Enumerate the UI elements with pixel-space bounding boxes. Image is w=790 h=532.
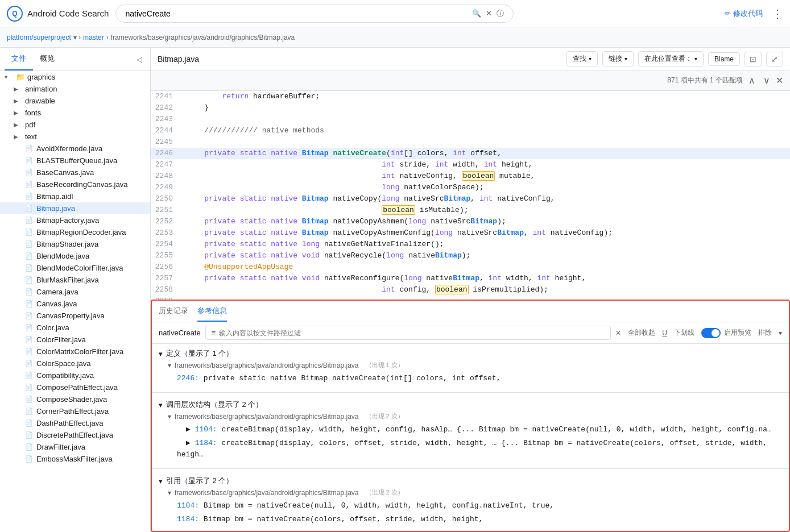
edit-button[interactable]: ✏ 修改代码 [725, 9, 763, 19]
breadcrumb-master[interactable]: master [83, 34, 104, 41]
tree-item-colorfilter[interactable]: ▶ 📄 ColorFilter.java [0, 334, 150, 346]
tree-item-pdf[interactable]: ▶ pdf [0, 119, 150, 131]
tree-item-colormatrixcolorfilter[interactable]: ▶ 📄 ColorMatrixColorFilter.java [0, 346, 150, 358]
section-header-callhierarchy[interactable]: ▾ 调用层次结构（显示了 2 个） [159, 400, 782, 410]
tree-item-colorspace[interactable]: ▶ 📄 ColorSpace.java [0, 358, 150, 369]
code-line-2254: 2254 private static native long nativeGe… [151, 239, 790, 250]
result-section-callhierarchy: ▾ 调用层次结构（显示了 2 个） ▾ frameworks/base/grap… [152, 395, 789, 466]
result-entry-2246-def[interactable]: 2246: private static native Bitmap nativ… [177, 372, 782, 385]
tree-item-label: Compatibility.java [36, 371, 146, 380]
tree-item-label: BlendMode.java [36, 252, 146, 260]
tab-history[interactable]: 历史记录 [159, 301, 188, 322]
clear-icon[interactable]: ✕ [486, 9, 492, 18]
arrow-icon: ▶ [14, 98, 23, 104]
tree-item-label: Bitmap.aidl [36, 192, 146, 201]
file-path: frameworks/base/graphics/java/android/gr… [175, 361, 359, 369]
result-entry-1104-call[interactable]: ▶ 1104: createBitmap(display, width, hei… [177, 423, 782, 437]
result-file-definitions[interactable]: ▾ frameworks/base/graphics/java/android/… [168, 361, 782, 369]
tree-item-dashpatheffect[interactable]: ▶ 📄 DashPathEffect.java [0, 417, 150, 429]
sidebar-collapse-button[interactable]: ◁ [133, 52, 146, 67]
toggle-switch[interactable] [701, 328, 721, 338]
line-number: 2249 [151, 182, 182, 193]
tree-item-canvas[interactable]: ▶ 📄 Canvas.java [0, 298, 150, 310]
tree-item-composepatheffect[interactable]: ▶ 📄 ComposePathEffect.java [0, 381, 150, 393]
tree-item-text[interactable]: ▶ text [0, 131, 150, 143]
breadcrumb-platform[interactable]: platform/superproject [7, 34, 71, 41]
bottom-panel: 历史记录 参考信息 nativeCreate ≡ ✕ 全部收起 U 下划线 [151, 300, 790, 532]
breadcrumb-path: frameworks/base/graphics/java/android/gr… [111, 34, 295, 41]
section-header-label: 引用（显示了 2 个） [166, 476, 233, 486]
tree-item-blurmaskfilter[interactable]: ▶ 📄 BlurMaskFilter.java [0, 274, 150, 286]
tab-reference[interactable]: 参考信息 [197, 301, 227, 322]
entry-line-number: 1104: [195, 425, 217, 434]
tree-item-color[interactable]: ▶ 📄 Color.java [0, 322, 150, 334]
tree-item-cornerpatheffect[interactable]: ▶ 📄 CornerPathEffect.java [0, 405, 150, 417]
code-line-2250: 2250 private static native Bitmap native… [151, 193, 790, 205]
tree-item-bitmapfactory[interactable]: ▶ 📄 BitmapFactory.java [0, 214, 150, 226]
tree-item-animation[interactable]: ▶ animation [0, 83, 150, 95]
filter-text-input[interactable] [219, 329, 605, 337]
tree-item-camera[interactable]: ▶ 📄 Camera.java [0, 286, 150, 298]
tree-item-label: pdf [25, 120, 146, 129]
search-icon[interactable]: 🔍 [472, 9, 481, 18]
tree-item-basecanvas[interactable]: ▶ 📄 BaseCanvas.java [0, 167, 150, 178]
split-view-button[interactable]: ⊡ [744, 52, 762, 66]
tree-item-blendmodecolorfilter[interactable]: ▶ 📄 BlendModeColorFilter.java [0, 262, 150, 274]
section-header-references[interactable]: ▾ 引用（显示了 2 个） [159, 476, 782, 486]
panel-filter-input[interactable]: ≡ [205, 326, 611, 340]
blame-button[interactable]: Blame [708, 52, 740, 66]
view-at-button[interactable]: 在此位置查看： ▾ [638, 51, 704, 66]
filter-icon: ≡ [212, 329, 216, 337]
tree-item-embossmaskfilter[interactable]: ▶ 📄 EmbossMaskFilter.java [0, 453, 150, 465]
preview-toggle[interactable]: 启用预览 [701, 328, 751, 338]
file-icon: 📄 [25, 145, 34, 152]
tab-overview[interactable]: 概览 [33, 48, 61, 70]
tree-item-baserecordingcanvas[interactable]: ▶ 📄 BaseRecordingCanvas.java [0, 178, 150, 190]
result-entry-1104-ref[interactable]: 1104: Bitmap bm = nativeCreate(null, 0, … [177, 499, 782, 513]
underline-label[interactable]: 下划线 [674, 328, 694, 338]
result-nav-down-button[interactable]: ∨ [761, 74, 772, 87]
code-view[interactable]: 2241 return hardwareBuffer; 2242 } 2243 … [151, 91, 790, 300]
find-arrow-icon: ▾ [589, 56, 592, 62]
file-icon: 📄 [25, 408, 34, 415]
collapse-all-label[interactable]: 全部收起 [628, 328, 655, 338]
tree-item-bitmapregiondecoder[interactable]: ▶ 📄 BitmapRegionDecoder.java [0, 226, 150, 238]
tab-file[interactable]: 文件 [5, 48, 33, 70]
expand-button[interactable]: ⤢ [766, 52, 783, 66]
tree-item-avoidxfermode[interactable]: ▶ 📄 AvoidXfermode.java [0, 143, 150, 155]
more-button[interactable]: ⋮ [772, 7, 783, 20]
result-close-button[interactable]: ✕ [776, 75, 783, 86]
tree-item-bitmap-java[interactable]: ▶ 📄 Bitmap.java [0, 202, 150, 214]
tree-item-composeshader[interactable]: ▶ 📄 ComposeShader.java [0, 393, 150, 405]
code-line-2246: 2246 private static native Bitmap native… [151, 148, 790, 159]
tree-item-discretepatheffect[interactable]: ▶ 📄 DiscretePathEffect.java [0, 429, 150, 441]
tree-item-label: ColorSpace.java [36, 359, 146, 368]
panel-search-title: nativeCreate [159, 329, 201, 337]
dismiss-label[interactable]: 排除 [758, 328, 772, 338]
search-result-bar: 871 项中共有 1 个匹配项 ∧ ∨ ✕ [151, 70, 790, 91]
result-file-references[interactable]: ▾ frameworks/base/graphics/java/android/… [168, 488, 782, 497]
tree-item-graphics[interactable]: ▾ 📁 graphics [0, 71, 150, 83]
find-button[interactable]: 查找 ▾ [566, 51, 598, 66]
link-arrow-icon: ▾ [624, 56, 627, 62]
tree-item-bitmap-aidl[interactable]: ▶ 📄 Bitmap.aidl [0, 190, 150, 202]
search-bar[interactable]: 🔍 ✕ ⓘ [115, 5, 514, 23]
result-entry-1184-call[interactable]: ▶ 1184: createBitmap(display, colors, of… [177, 437, 782, 462]
info-icon[interactable]: ⓘ [497, 9, 504, 19]
tree-item-drawable[interactable]: ▶ drawable [0, 95, 150, 107]
file-icon: 📄 [25, 396, 34, 403]
tree-item-blastbufferqueue[interactable]: ▶ 📄 BLASTBufferQueue.java [0, 155, 150, 167]
file-icon: 📄 [25, 300, 34, 307]
result-nav-up-button[interactable]: ∧ [746, 74, 758, 87]
tree-item-fonts[interactable]: ▶ fonts [0, 107, 150, 119]
tree-item-compatibility[interactable]: ▶ 📄 Compatibility.java [0, 369, 150, 381]
tree-item-blendmode[interactable]: ▶ 📄 BlendMode.java [0, 250, 150, 262]
tree-item-drawfilter[interactable]: ▶ 📄 DrawFilter.java [0, 441, 150, 453]
result-entry-1184-ref[interactable]: 1184: Bitmap bm = nativeCreate(colors, o… [177, 513, 782, 526]
search-input[interactable] [125, 9, 468, 18]
tree-item-canvasproperty[interactable]: ▶ 📄 CanvasProperty.java [0, 310, 150, 322]
section-header-definitions[interactable]: ▾ 定义（显示了 1 个） [159, 348, 782, 359]
result-file-callhierarchy[interactable]: ▾ frameworks/base/graphics/java/android/… [168, 412, 782, 421]
link-button[interactable]: 链接 ▾ [602, 51, 634, 66]
tree-item-bitmapshader[interactable]: ▶ 📄 BitmapShader.java [0, 238, 150, 250]
